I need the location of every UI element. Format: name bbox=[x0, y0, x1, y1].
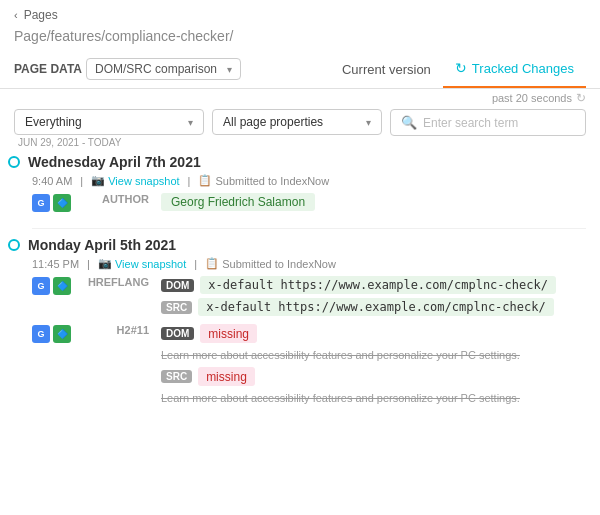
hreflang-src-value: x-default https://www.example.com/cmplnc… bbox=[198, 298, 554, 316]
src-strikethrough-text: Learn more about accessibility features … bbox=[161, 392, 520, 404]
change-row-h2: G 🔷 H2#11 DOM missing Learn more about a… bbox=[32, 324, 586, 404]
search-placeholder: Enter search term bbox=[423, 116, 518, 130]
src-badge: SRC bbox=[161, 301, 192, 314]
google-icon: G bbox=[32, 325, 50, 343]
timeline-dot bbox=[8, 239, 20, 251]
timeline-entry: Monday April 5th 2021 11:45 PM | 📷 View … bbox=[14, 237, 586, 404]
change-row: G 🔷 AUTHOR Georg Friedrich Salamon bbox=[32, 193, 586, 212]
google-icon: G bbox=[32, 194, 50, 212]
timeline: Wednesday April 7th 2021 9:40 AM | 📷 Vie… bbox=[0, 148, 600, 426]
dom-src-button[interactable]: DOM/SRC comparison ▾ bbox=[86, 58, 241, 80]
tabs-bar: PAGE DATA DOM/SRC comparison ▾ Current v… bbox=[0, 50, 600, 89]
timeline-dot bbox=[8, 156, 20, 168]
back-arrow-icon[interactable]: ‹ bbox=[14, 9, 18, 21]
properties-select[interactable]: All page properties ▾ bbox=[212, 109, 382, 135]
change-label: AUTHOR bbox=[79, 193, 149, 205]
breadcrumb: Page/features/compliance-checker/ bbox=[14, 28, 233, 44]
timeline-entry: Wednesday April 7th 2021 9:40 AM | 📷 Vie… bbox=[14, 154, 586, 212]
tab-page-data[interactable]: PAGE DATA bbox=[14, 52, 82, 86]
entry-time: 11:45 PM bbox=[32, 258, 79, 270]
author-value: Georg Friedrich Salamon bbox=[161, 193, 315, 211]
index-icon: 📋 bbox=[205, 257, 219, 270]
top-nav: ‹ Pages Page/features/compliance-checker… bbox=[0, 0, 600, 50]
dom-strikethrough-text: Learn more about accessibility features … bbox=[161, 349, 520, 361]
entry-meta: 9:40 AM | 📷 View snapshot | 📋 Submitted … bbox=[32, 174, 586, 187]
google-icon: G bbox=[32, 277, 50, 295]
chevron-down-icon: ▾ bbox=[366, 117, 371, 128]
camera-icon: 📷 bbox=[98, 257, 112, 270]
index-icon: 📋 bbox=[198, 174, 212, 187]
chevron-down-icon: ▾ bbox=[188, 117, 193, 128]
bing-icon: 🔷 bbox=[53, 194, 71, 212]
change-icons: G 🔷 bbox=[32, 325, 71, 343]
hreflang-dom-value: x-default https://www.example.com/cmplnc… bbox=[200, 276, 556, 294]
dom-badge: DOM bbox=[161, 279, 194, 292]
index-now-badge: 📋 Submitted to IndexNow bbox=[205, 257, 336, 270]
change-row-hreflang: G 🔷 HREFLANG DOM x-default https://www.e… bbox=[32, 276, 586, 316]
dom-missing-label: missing bbox=[200, 324, 257, 343]
tracked-changes-icon: ↻ bbox=[455, 60, 467, 76]
divider bbox=[32, 228, 586, 229]
dom-badge: DOM bbox=[161, 327, 194, 340]
bing-icon: 🔷 bbox=[53, 325, 71, 343]
refresh-row: past 20 seconds ↻ bbox=[0, 89, 600, 109]
filter-row: Everything ▾ JUN 29, 2021 - TODAY All pa… bbox=[0, 109, 600, 148]
entry-date: Monday April 5th 2021 bbox=[28, 237, 176, 253]
date-range-select[interactable]: Everything ▾ bbox=[14, 109, 204, 135]
change-label: HREFLANG bbox=[79, 276, 149, 288]
search-box[interactable]: 🔍 Enter search term bbox=[390, 109, 586, 136]
bing-icon: 🔷 bbox=[53, 277, 71, 295]
change-icons: G 🔷 bbox=[32, 194, 71, 212]
view-snapshot-link[interactable]: 📷 View snapshot bbox=[98, 257, 186, 270]
tab-current-version[interactable]: Current version bbox=[330, 52, 443, 87]
tab-tracked-changes[interactable]: ↻ Tracked Changes bbox=[443, 50, 586, 88]
src-missing-label: missing bbox=[198, 367, 255, 386]
src-badge: SRC bbox=[161, 370, 192, 383]
entry-date: Wednesday April 7th 2021 bbox=[28, 154, 201, 170]
camera-icon: 📷 bbox=[91, 174, 105, 187]
entry-meta: 11:45 PM | 📷 View snapshot | 📋 Submitted… bbox=[32, 257, 586, 270]
entry-time: 9:40 AM bbox=[32, 175, 72, 187]
change-label: H2#11 bbox=[79, 324, 149, 336]
pages-link[interactable]: Pages bbox=[24, 8, 58, 22]
chevron-down-icon: ▾ bbox=[227, 64, 232, 75]
index-now-badge: 📋 Submitted to IndexNow bbox=[198, 174, 329, 187]
view-snapshot-link[interactable]: 📷 View snapshot bbox=[91, 174, 179, 187]
change-icons: G 🔷 bbox=[32, 277, 71, 295]
refresh-icon[interactable]: ↻ bbox=[576, 91, 586, 105]
date-range-sublabel: JUN 29, 2021 - TODAY bbox=[14, 137, 204, 148]
search-icon: 🔍 bbox=[401, 115, 417, 130]
